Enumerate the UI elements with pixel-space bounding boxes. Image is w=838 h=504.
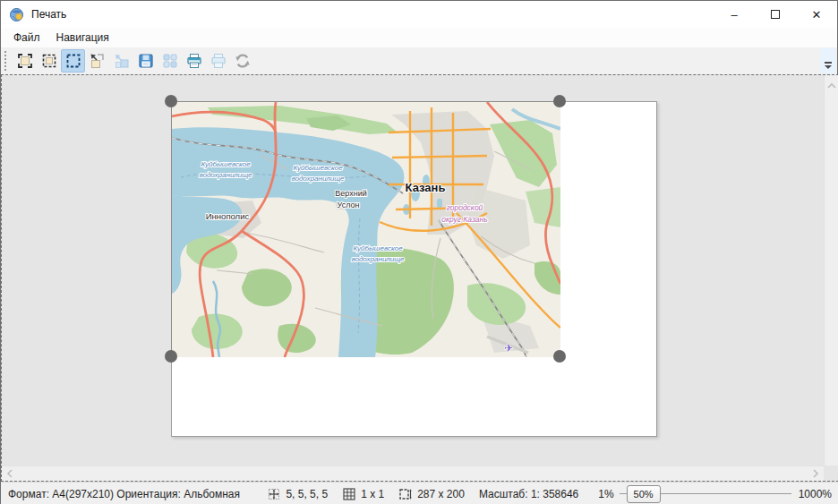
full-extent-button[interactable] bbox=[13, 49, 37, 73]
zoom-slider-thumb[interactable]: 50% bbox=[627, 485, 661, 503]
titlebar: Печать – ✕ bbox=[1, 1, 837, 28]
vertical-scrollbar[interactable] bbox=[824, 75, 838, 466]
refresh-button[interactable] bbox=[230, 49, 254, 73]
print-size-value: 287 x 200 bbox=[417, 488, 465, 500]
page-grid-group: 1 x 1 bbox=[342, 487, 384, 501]
zoom-min-label: 1% bbox=[598, 488, 613, 500]
zoom-control: 1% 50% 1000% bbox=[598, 485, 832, 503]
print-size-group: 287 x 200 bbox=[398, 487, 465, 501]
print-tiles-icon-disabled bbox=[210, 52, 227, 70]
full-extent-icon bbox=[16, 52, 34, 70]
save-tiles-button bbox=[158, 49, 182, 73]
maximize-button[interactable] bbox=[755, 1, 796, 28]
resize-handle-top-left[interactable] bbox=[165, 95, 177, 107]
globe-icon bbox=[9, 7, 24, 22]
print-preview-canvas[interactable]: ✈ Куйбышевское водохранилище Куйбышевско… bbox=[1, 74, 838, 482]
district-label-line2: округ Казань bbox=[441, 215, 487, 224]
print-icon bbox=[185, 52, 203, 70]
close-button[interactable]: ✕ bbox=[796, 1, 837, 28]
status-bar: Формат: A4(297x210) Ориентация: Альбомна… bbox=[1, 482, 838, 504]
move-region-button[interactable] bbox=[85, 49, 109, 73]
water-label-2-line1: Куйбышевское bbox=[293, 164, 343, 172]
scale-text: Масштаб: 1: 358646 bbox=[479, 488, 578, 500]
selected-extent-button[interactable] bbox=[37, 49, 61, 73]
zoom-max-label: 1000% bbox=[799, 488, 832, 500]
move-page-icon-disabled bbox=[113, 52, 131, 70]
margins-value: 5, 5, 5, 5 bbox=[286, 488, 328, 500]
grid-icon bbox=[342, 487, 356, 501]
page-sheet: ✈ Куйбышевское водохранилище Куйбышевско… bbox=[171, 101, 657, 437]
print-tiles-button bbox=[206, 49, 230, 73]
zoom-slider[interactable]: 50% bbox=[620, 485, 791, 503]
select-print-region-button[interactable] bbox=[61, 49, 85, 73]
map-print-region[interactable]: ✈ Куйбышевское водохранилище Куйбышевско… bbox=[171, 101, 560, 356]
grid-value: 1 x 1 bbox=[361, 488, 384, 500]
print-window: Печать – ✕ Файл Навигация bbox=[0, 0, 838, 504]
water-label-1-line1: Куйбышевское bbox=[201, 160, 251, 168]
move-page-button bbox=[109, 49, 133, 73]
maximize-icon bbox=[771, 10, 780, 19]
toolbar bbox=[1, 47, 837, 74]
chevron-right-icon bbox=[812, 468, 819, 479]
horizontal-scrollbar[interactable] bbox=[2, 466, 824, 481]
overflow-bar-icon bbox=[825, 62, 832, 64]
refresh-icon bbox=[234, 52, 252, 70]
map-image: ✈ Куйбышевское водохранилище Куйбышевско… bbox=[172, 102, 560, 357]
toolbar-overflow-button[interactable] bbox=[820, 48, 835, 73]
toolbar-grip[interactable] bbox=[4, 51, 9, 71]
menu-file[interactable]: Файл bbox=[5, 30, 48, 46]
print-button[interactable] bbox=[182, 49, 206, 73]
town-label-uslon-line2: Услон bbox=[338, 201, 360, 209]
minimize-button[interactable]: – bbox=[714, 1, 755, 28]
select-region-icon bbox=[64, 52, 82, 70]
chevron-up-icon bbox=[827, 81, 836, 98]
water-label-3-line1: Куйбышевское bbox=[353, 244, 403, 252]
move-region-icon bbox=[89, 52, 107, 70]
water-label-2-line2: водохранилище bbox=[291, 175, 345, 183]
margins-icon bbox=[267, 487, 281, 501]
selected-extent-icon bbox=[40, 52, 58, 70]
town-label-innopolis: Иннополис bbox=[206, 211, 250, 221]
city-label-kazan: Казань bbox=[406, 181, 446, 194]
chevron-left-icon bbox=[6, 468, 13, 479]
format-orientation-text: Формат: A4(297x210) Ориентация: Альбомна… bbox=[8, 488, 240, 500]
save-tiles-icon-disabled bbox=[161, 52, 179, 70]
district-label-line1: городской bbox=[447, 203, 483, 212]
water-label-3-line2: водохранилище bbox=[351, 255, 405, 263]
water-label-1-line2: водохранилище bbox=[199, 171, 252, 179]
resize-handle-bottom-right[interactable] bbox=[553, 350, 566, 363]
airport-icon: ✈ bbox=[504, 342, 513, 355]
menu-navigation[interactable]: Навигация bbox=[48, 30, 117, 46]
page-size-icon bbox=[398, 487, 413, 501]
window-title: Печать bbox=[31, 8, 66, 21]
town-label-uslon-line1: Верхний bbox=[335, 189, 366, 198]
menu-bar: Файл Навигация bbox=[1, 28, 837, 47]
chevron-down-icon bbox=[825, 65, 832, 69]
margins-group: 5, 5, 5, 5 bbox=[267, 487, 328, 501]
save-icon bbox=[137, 52, 155, 70]
resize-handle-bottom-left[interactable] bbox=[165, 350, 177, 363]
save-button[interactable] bbox=[133, 49, 158, 73]
resize-handle-top-right[interactable] bbox=[553, 95, 566, 107]
